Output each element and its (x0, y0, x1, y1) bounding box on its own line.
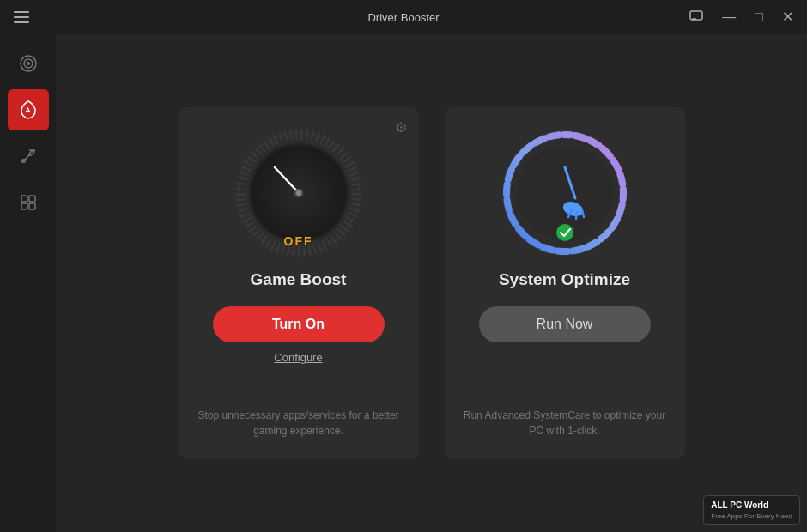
game-boost-description: Stop unnecessary apps/services for a bet… (196, 399, 402, 438)
sidebar-item-grid[interactable] (8, 182, 49, 223)
sidebar (0, 34, 56, 532)
sidebar-item-target[interactable] (8, 43, 49, 84)
close-button[interactable]: ✕ (779, 9, 797, 26)
turn-on-button[interactable]: Turn On (213, 306, 385, 342)
svg-point-15 (296, 190, 301, 196)
svg-line-22 (576, 212, 577, 219)
svg-point-3 (27, 62, 30, 65)
svg-point-24 (556, 224, 573, 241)
main-layout: ⚙ (0, 34, 807, 532)
gauge-container: OFF (230, 124, 367, 262)
app-title: Driver Booster (367, 11, 439, 24)
configure-link[interactable]: Configure (274, 351, 322, 364)
optimize-svg (496, 124, 634, 262)
game-boost-title: Game Boost (251, 270, 347, 289)
system-optimize-card: System Optimize Run Now Run Advanced Sys… (445, 107, 685, 459)
system-optimize-description: Run Advanced SystemCare to optimize your… (462, 399, 668, 438)
game-boost-card: ⚙ (179, 107, 419, 459)
maximize-button[interactable]: □ (751, 9, 767, 26)
optimize-container (496, 124, 634, 262)
hamburger-menu[interactable] (10, 8, 33, 27)
svg-rect-6 (29, 196, 35, 202)
svg-rect-8 (29, 203, 35, 209)
watermark-subtitle: Free Apps For Every Need (711, 511, 792, 521)
svg-rect-7 (21, 203, 27, 209)
content-area: ⚙ (56, 34, 807, 532)
system-optimize-title: System Optimize (499, 270, 630, 289)
sidebar-item-boost[interactable] (8, 89, 49, 130)
chat-button[interactable] (686, 9, 707, 27)
title-bar-left (10, 8, 33, 27)
title-bar: Driver Booster — □ ✕ (0, 0, 807, 34)
run-now-button[interactable]: Run Now (479, 306, 651, 342)
svg-rect-5 (21, 196, 27, 202)
watermark: ALL PC World Free Apps For Every Need (703, 495, 800, 525)
watermark-title: ALL PC World (711, 499, 792, 511)
sidebar-item-tools[interactable] (8, 136, 49, 177)
gear-icon[interactable]: ⚙ (395, 119, 407, 136)
gauge-status: OFF (284, 234, 313, 248)
minimize-button[interactable]: — (719, 9, 739, 26)
window-controls: — □ ✕ (686, 9, 797, 27)
